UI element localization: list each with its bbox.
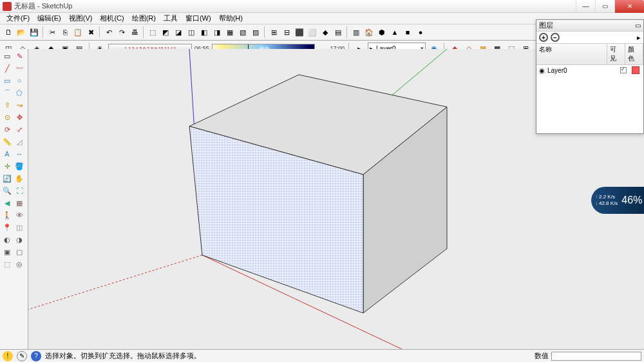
comp-icon[interactable]: ⊟: [281, 26, 292, 38]
a3-tool[interactable]: ▣: [1, 246, 13, 258]
grid-icon[interactable]: ▤: [332, 26, 344, 38]
close-button[interactable]: ✕: [614, 0, 644, 13]
layers-panel[interactable]: 图层 ▭ + − ▸ 名称 可见 颜色 ◉ Layer0: [536, 19, 644, 134]
i-icon[interactable]: ⬛: [294, 26, 305, 38]
copy-icon[interactable]: ⎘: [59, 26, 71, 38]
model-icon[interactable]: ⬚: [147, 26, 158, 38]
top-icon[interactable]: ▲: [389, 26, 401, 38]
menu-item[interactable]: 绘图(R): [128, 14, 160, 23]
dim-tool[interactable]: ↔: [14, 148, 25, 160]
a2-tool[interactable]: ◑: [14, 234, 25, 245]
print-icon[interactable]: 🖶: [129, 26, 140, 38]
menu-item[interactable]: 相机(C): [96, 14, 128, 23]
save-icon[interactable]: 💾: [28, 26, 40, 38]
home-icon[interactable]: 🏠: [363, 26, 375, 38]
group-icon[interactable]: ⊞: [268, 26, 279, 38]
status-help-icon[interactable]: ?: [31, 351, 41, 361]
status-info-icon[interactable]: !: [3, 351, 13, 361]
c-icon[interactable]: ◫: [185, 26, 197, 38]
net-percent: 46%: [621, 195, 642, 206]
layers-col-color[interactable]: 颜色: [625, 44, 643, 64]
k-icon[interactable]: ◆: [319, 26, 331, 38]
select-tool[interactable]: ▭: [1, 50, 13, 62]
undo-icon[interactable]: ↶: [103, 26, 115, 38]
layers-col-name[interactable]: 名称: [536, 44, 607, 64]
status-geo-icon[interactable]: ✎: [17, 351, 27, 361]
g-icon[interactable]: ▧: [237, 26, 249, 38]
net-download: 42.8 K/s: [595, 200, 618, 207]
followme-tool[interactable]: ↝: [14, 99, 25, 111]
panel-menu-icon[interactable]: ▭: [635, 22, 641, 29]
text-tool[interactable]: A: [1, 148, 13, 160]
prev-tool[interactable]: ◀: [1, 197, 13, 209]
menu-item[interactable]: 视图(V): [65, 14, 97, 23]
add-layer-button[interactable]: +: [539, 33, 548, 42]
scale-tool[interactable]: ⤢: [14, 124, 25, 135]
orbit-tool[interactable]: 🔄: [1, 173, 13, 184]
pan-tool[interactable]: ✋: [14, 173, 25, 184]
a4-tool[interactable]: ▢: [14, 246, 25, 258]
b-icon[interactable]: ◪: [173, 26, 184, 38]
layer-color-swatch[interactable]: [632, 66, 639, 74]
a6-tool[interactable]: ◎: [14, 258, 25, 270]
zoomext-tool[interactable]: ⛶: [14, 185, 25, 196]
look-tool[interactable]: 👁: [14, 209, 25, 221]
layer-row[interactable]: ◉ Layer0: [536, 65, 643, 75]
protractor-tool[interactable]: ◿: [14, 136, 25, 148]
walk-tool[interactable]: 🚶: [1, 209, 13, 221]
iso-icon[interactable]: ⬢: [376, 26, 388, 38]
cut-icon[interactable]: ✂: [46, 26, 58, 38]
h-icon[interactable]: ▨: [250, 26, 261, 38]
redo-icon[interactable]: ↷: [116, 26, 128, 38]
rotate-tool[interactable]: ⟳: [1, 124, 13, 135]
j-icon[interactable]: ⬜: [307, 26, 318, 38]
rect-tool[interactable]: ▭: [1, 75, 13, 86]
front-icon[interactable]: ■: [402, 26, 413, 38]
tape-tool[interactable]: 📏: [1, 136, 13, 148]
a-icon[interactable]: ◩: [160, 26, 171, 38]
value-input[interactable]: [551, 352, 641, 361]
menu-item[interactable]: 工具: [160, 14, 182, 23]
network-widget[interactable]: 2.2 K/s 42.8 K/s 46%: [591, 187, 644, 214]
menu-item[interactable]: 帮助(H): [215, 14, 247, 23]
pushpull-tool[interactable]: ⇧: [1, 99, 13, 111]
paste-icon[interactable]: 📋: [72, 26, 84, 38]
remove-layer-button[interactable]: −: [551, 33, 560, 42]
minimize-button[interactable]: —: [576, 0, 595, 13]
circle-tool[interactable]: ○: [14, 75, 25, 86]
delete-icon[interactable]: ✖: [85, 26, 97, 38]
eraser-tool[interactable]: ✎: [14, 50, 25, 62]
layers-panel-title[interactable]: 图层 ▭: [536, 20, 643, 32]
f-icon[interactable]: ▦: [224, 26, 236, 38]
layer-radio-icon[interactable]: ◉: [539, 67, 545, 74]
xray-tool[interactable]: ◫: [14, 222, 25, 233]
new-icon[interactable]: 🗋: [3, 26, 14, 38]
menu-item[interactable]: 文件(F): [3, 14, 33, 23]
paint-tool[interactable]: 🪣: [14, 160, 25, 172]
d-icon[interactable]: ◧: [198, 26, 210, 38]
open-icon[interactable]: 📂: [15, 26, 27, 38]
position-tool[interactable]: 📍: [1, 222, 13, 233]
line-tool[interactable]: ╱: [1, 62, 13, 74]
menu-item[interactable]: 编辑(E): [33, 14, 65, 23]
section-icon[interactable]: ▥: [350, 26, 362, 38]
a1-tool[interactable]: ◐: [1, 234, 13, 245]
freehand-tool[interactable]: 〰: [14, 62, 25, 74]
menu-item[interactable]: 窗口(W): [182, 14, 215, 23]
zoom-tool[interactable]: 🔍: [1, 185, 13, 196]
e-icon[interactable]: ◨: [211, 26, 223, 38]
a5-tool[interactable]: ⬚: [1, 258, 13, 270]
offset-tool[interactable]: ⊙: [1, 111, 13, 123]
arc-tool[interactable]: ⌒: [1, 87, 13, 99]
section-tool[interactable]: ▦: [14, 197, 25, 209]
polygon-tool[interactable]: ⬠: [14, 87, 25, 99]
tool-palette: ▭✎╱〰▭○⌒⬠⇧↝⊙✥⟳⤢📏◿A↔✛🪣🔄✋🔍⛶◀▦🚶👁📍◫◐◑▣▢⬚◎: [0, 49, 28, 349]
net-upload: 2.2 K/s: [595, 194, 618, 200]
move-tool[interactable]: ✥: [14, 111, 25, 123]
axes-tool[interactable]: ✛: [1, 160, 13, 172]
layers-options-icon[interactable]: ▸: [637, 33, 641, 42]
maximize-button[interactable]: ▭: [595, 0, 614, 13]
layer-visible-checkbox[interactable]: [620, 67, 627, 73]
layers-col-visible[interactable]: 可见: [607, 44, 625, 64]
side-icon[interactable]: ●: [415, 26, 426, 38]
